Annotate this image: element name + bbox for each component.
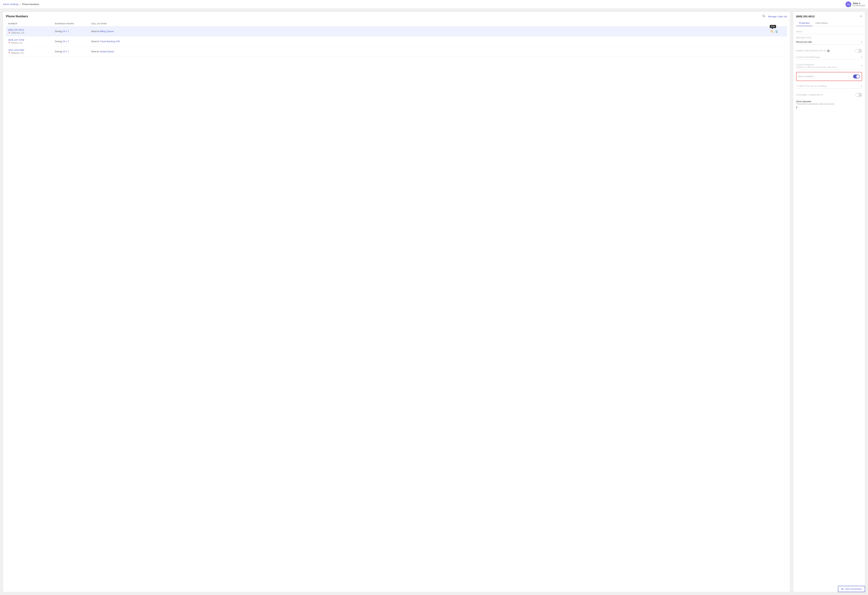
- hours-link-2[interactable]: 24 x 7: [62, 40, 69, 43]
- location-icon-3: 📍: [8, 52, 10, 54]
- edit-icon[interactable]: ✏️: [771, 30, 774, 33]
- col-number: NUMBER: [8, 22, 55, 25]
- short-abandon-section: Short abandon Threshold for abandoned ca…: [796, 100, 862, 109]
- short-abandon-sub: Threshold for abandoned calls (in second…: [796, 103, 862, 105]
- enable-recording-opt-in-label: ENABLE RECORDING OPT-IN i: [796, 50, 830, 52]
- chevron-down-icon-callerid: ▾: [861, 85, 862, 87]
- right-panel-title: (669) 201-6013: [796, 15, 815, 18]
- cell-action-2: Send to Travel Booking IVR: [91, 40, 771, 43]
- bottom-bar: Test Connection: [838, 586, 865, 592]
- toggle-knob-voicemail: [856, 93, 859, 96]
- user-badge: JJ John J ON BROWSER: [846, 1, 865, 7]
- right-panel-header: (669) 201-6013 ✕: [796, 15, 862, 18]
- user-info: John J ON BROWSER: [853, 2, 865, 7]
- table-row[interactable]: (251) 319-5490 📍 Alabama, US During 24 x…: [6, 47, 787, 57]
- manage-caller-ids-button[interactable]: Manage Caller Ids: [768, 15, 787, 18]
- custom-hold-message-placeholder: Custom Hold Message: [796, 56, 820, 58]
- caller-id-masking-placeholder: * Caller ID to use for masking: [796, 84, 827, 87]
- enable-recording-opt-in-toggle[interactable]: [855, 49, 862, 53]
- table-row[interactable]: (669) 201-6013 📍 California, US During 2…: [6, 26, 787, 36]
- table-header: NUMBER BUSINESS HOURS CALL ACTIONS: [6, 21, 787, 26]
- voicemail-transcripts-label: VOICEMAIL TRANSCRIPTS: [796, 94, 823, 96]
- breadcrumb-separator: >: [20, 3, 21, 6]
- cell-hours-3: During 24 x 7: [55, 50, 91, 53]
- test-connection-button[interactable]: Test Connection: [838, 586, 865, 592]
- record-type-section: RECORD TYPE Record all calls ▾: [796, 37, 862, 44]
- cell-action-3: Send to Global Queue: [91, 50, 771, 53]
- phone-location-1: 📍 California, US: [8, 31, 55, 34]
- cell-hours-1: During 24 x 7: [55, 30, 91, 33]
- toggle-knob: [856, 49, 859, 52]
- top-bar: Admin Settings > Phone Numbers JJ John J…: [0, 0, 868, 9]
- chevron-down-icon-ringtone: ▾: [861, 65, 862, 67]
- cell-number-3: (251) 319-5490 📍 Alabama, US: [8, 49, 55, 54]
- svg-line-1: [764, 16, 765, 17]
- col-business-hours: BUSINESS HOURS: [55, 22, 91, 25]
- caller-id-masking-dropdown[interactable]: * Caller ID to use for masking ▾: [796, 83, 862, 89]
- record-type-label: RECORD TYPE: [796, 37, 862, 39]
- panel-header: Phone Numbers Manage Caller Ids: [6, 15, 787, 18]
- short-abandon-title: Short abandon: [796, 100, 862, 103]
- close-button[interactable]: ✕: [860, 15, 862, 18]
- edit-tooltip: Edit: [770, 25, 776, 28]
- record-type-value: Record all calls: [796, 41, 812, 43]
- svg-rect-2: [841, 589, 842, 590]
- test-connection-icon: [841, 588, 844, 590]
- phone-location-3: 📍 Alabama, US: [8, 52, 55, 54]
- row-actions-1: Edit ✏️ 🗑️: [771, 30, 785, 33]
- col-call-actions: CALL ACTIONS: [91, 22, 771, 25]
- custom-ringtone-sub: Ringtone for inbound calls that the call…: [796, 66, 837, 68]
- custom-hold-message-dropdown[interactable]: Custom Hold Message ▾: [796, 55, 862, 60]
- user-status-dot: [850, 6, 851, 7]
- search-icon[interactable]: [762, 15, 765, 18]
- tabs: Properties Call Actions: [796, 20, 862, 26]
- right-panel: (669) 201-6013 ✕ Properties Call Actions…: [793, 12, 865, 592]
- user-status: ON BROWSER: [853, 5, 865, 7]
- custom-ringtone-section: Custom Ringtone Ringtone for inbound cal…: [796, 62, 862, 70]
- enable-recording-opt-in-row: ENABLE RECORDING OPT-IN i: [796, 47, 862, 55]
- hours-link-3[interactable]: 24 x 7: [62, 50, 69, 53]
- info-icon[interactable]: i: [827, 50, 830, 52]
- header-actions: Manage Caller Ids: [762, 15, 787, 18]
- phone-location-2: 📍 Arizona, US: [8, 41, 55, 44]
- short-abandon-value: 5: [796, 106, 862, 109]
- svg-rect-3: [843, 589, 843, 590]
- hours-link-1[interactable]: 24 x 7: [62, 30, 69, 33]
- phone-number-1: (669) 201-6013: [8, 28, 55, 31]
- cell-hours-2: During 24 x 7: [55, 40, 91, 43]
- custom-ringtone-placeholder: Custom Ringtone: [796, 63, 837, 66]
- breadcrumb: Admin Settings > Phone Numbers: [3, 3, 39, 6]
- phone-number-3: (251) 319-5490: [8, 49, 55, 52]
- col-actions-empty: [771, 22, 785, 25]
- voicemail-transcripts-row: VOICEMAIL TRANSCRIPTS: [796, 91, 862, 99]
- user-name: John J: [853, 2, 865, 5]
- phone-number-2: (928) 447-5789: [8, 38, 55, 41]
- cell-action-1: Send to Billing Queue: [91, 30, 771, 33]
- mask-number-toggle[interactable]: [853, 74, 860, 78]
- name-field-placeholder: Name: [796, 29, 862, 34]
- table-row[interactable]: (928) 447-5789 📍 Arizona, US During 24 x…: [6, 36, 787, 47]
- location-icon: 📍: [8, 32, 10, 34]
- breadcrumb-admin-settings[interactable]: Admin Settings: [3, 3, 19, 6]
- mask-number-row: MASK NUMBER: [796, 72, 862, 81]
- voicemail-transcripts-toggle[interactable]: [855, 93, 862, 97]
- action-link-3[interactable]: Global Queue: [100, 50, 114, 53]
- location-icon-2: 📍: [8, 42, 10, 44]
- tab-call-actions[interactable]: Call Actions: [812, 20, 831, 26]
- main-layout: Phone Numbers Manage Caller Ids NUMBER B…: [0, 9, 868, 595]
- caller-id-masking-section: * Caller ID to use for masking ▾: [796, 83, 862, 89]
- action-link-2[interactable]: Travel Booking IVR: [100, 40, 120, 43]
- cell-number-1: (669) 201-6013 📍 California, US: [8, 28, 55, 34]
- page-title: Phone Numbers: [6, 15, 28, 18]
- action-link-1[interactable]: Billing Queue: [100, 30, 114, 33]
- delete-icon[interactable]: 🗑️: [775, 30, 778, 33]
- cell-number-2: (928) 447-5789 📍 Arizona, US: [8, 38, 55, 44]
- custom-ringtone-dropdown[interactable]: Custom Ringtone Ringtone for inbound cal…: [796, 62, 862, 70]
- chevron-down-icon: ▾: [861, 41, 862, 43]
- custom-hold-message-section: Custom Hold Message ▾: [796, 55, 862, 60]
- toggle-knob-mask: [856, 75, 859, 78]
- tab-properties[interactable]: Properties: [796, 20, 812, 26]
- record-type-dropdown[interactable]: Record all calls ▾: [796, 40, 862, 44]
- mask-number-label: MASK NUMBER: [798, 75, 814, 78]
- chevron-down-icon-hold: ▾: [861, 56, 862, 58]
